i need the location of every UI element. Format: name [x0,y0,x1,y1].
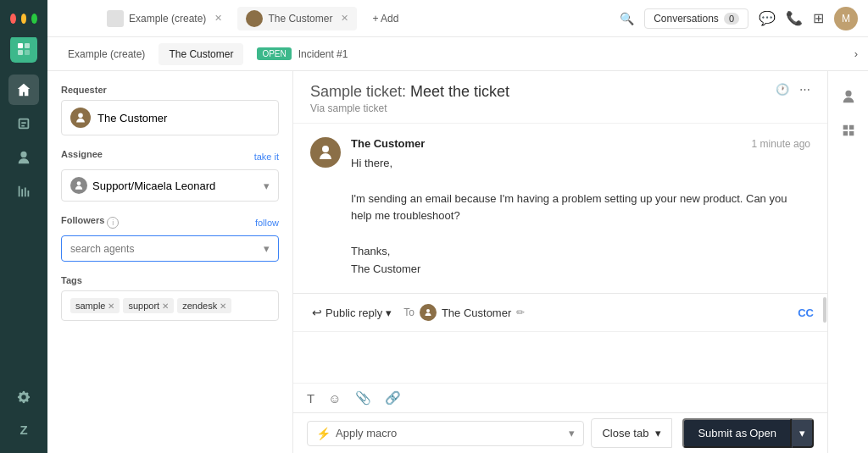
to-name: The Customer [442,307,511,319]
bottom-action-bar: ⚡ Apply macro ▾ Close tab ▾ [293,412,827,453]
search-icon[interactable]: 🔍 [620,12,634,25]
tag-zendesk-remove[interactable]: ✕ [220,301,226,311]
message-avatar [310,137,341,168]
close-tab-button[interactable]: Close tab ▾ [591,418,672,448]
format-emoji-icon[interactable]: ☺ [328,391,341,406]
tab-customer[interactable]: The Customer [159,43,243,65]
message-body-line2: I'm sending an email because I'm having … [351,191,810,226]
submit-chevron-button[interactable]: ▾ [792,418,814,448]
tag-zendesk: zendesk ✕ [177,298,231,313]
tags-box: sample ✕ support ✕ zendesk ✕ [61,290,279,321]
right-grid-icon[interactable] [833,115,864,146]
reply-scrollbar[interactable] [823,297,826,323]
close-tab-chevron-icon: ▾ [655,427,661,439]
traffic-light-yellow[interactable] [21,14,27,24]
ticket-history-icon[interactable]: 🕐 [776,83,789,96]
assignee-box[interactable]: Support/Micaela Leonard ▾ [61,169,279,202]
tab-customer-label: The Customer [169,48,233,60]
sidebar-item-zendesk[interactable]: Z [8,419,39,450]
tab-add-button[interactable]: + Add [364,9,407,28]
tab-the-customer-close[interactable]: ✕ [341,13,348,24]
reply-arrow-icon: ↩ [312,306,322,319]
tab-example-create-close[interactable]: ✕ [214,13,222,24]
reply-type-button[interactable]: ↩ Public reply ▾ [307,302,397,323]
assignee-avatar [70,177,87,194]
sidebar-item-settings[interactable] [8,382,39,412]
requester-box[interactable]: The Customer [61,100,279,135]
traffic-light-green[interactable] [31,14,37,24]
apply-macro-button[interactable]: ⚡ Apply macro ▾ [307,421,584,446]
tab-the-customer-label: The Customer [268,13,332,25]
tab-incident[interactable]: OPEN Incident #1 [247,42,358,65]
sidebar-item-home[interactable] [8,75,39,105]
macro-icon: ⚡ [316,427,331,440]
follow-link[interactable]: follow [255,218,279,228]
take-it-link[interactable]: take it [254,152,279,162]
sidebar-nav: Z [0,0,47,453]
message-time: 1 minute ago [752,138,810,150]
right-user-icon[interactable] [833,81,864,112]
sidebar-item-reports[interactable] [8,176,39,207]
tabs-more-button[interactable]: › [854,47,858,60]
followers-label: Followers [61,215,104,225]
to-label: To [403,307,415,318]
svg-rect-1 [25,43,30,48]
assignee-chevron-icon: ▾ [264,180,270,192]
tag-support: support ✕ [123,298,174,313]
conversations-label: Conversations [654,13,719,25]
search-agents-input[interactable] [70,243,264,255]
cc-button[interactable]: CC [798,307,814,319]
close-tab-label: Close tab [602,427,648,439]
format-link-icon[interactable]: 🔗 [385,390,401,406]
user-avatar[interactable]: M [834,7,858,30]
search-agents-chevron-icon: ▾ [264,242,270,255]
submit-status: Open [749,427,776,439]
reply-editor[interactable] [293,332,827,383]
requester-label: Requester [61,85,279,95]
to-avatar [420,304,437,321]
requester-name: The Customer [97,112,167,124]
message-body-line1: Hi there, [351,155,810,173]
tag-sample: sample ✕ [70,298,120,313]
svg-rect-0 [18,43,23,48]
tab-example-create[interactable]: Example (create) ✕ [98,7,231,30]
sidebar-item-tickets[interactable] [8,108,39,139]
message-content: The Customer 1 minute ago Hi there, I'm … [351,137,810,279]
open-badge: OPEN [257,47,291,60]
requester-avatar [70,108,91,128]
reply-area: ↩ Public reply ▾ To The Customer ✏ [293,293,827,412]
conversations-badge: 0 [724,13,739,25]
conversations-button[interactable]: Conversations 0 [644,8,748,29]
assignee-label: Assignee [61,149,103,159]
grid-icon[interactable]: ⊞ [813,10,824,26]
logo[interactable] [10,36,37,63]
chat-icon[interactable]: 💬 [759,10,776,26]
ticket-more-icon[interactable]: ⋯ [799,83,810,96]
format-text-icon[interactable]: T [307,391,314,406]
messages-area: The Customer 1 minute ago Hi there, I'm … [293,124,827,293]
apply-macro-label: Apply macro [336,427,397,439]
tab-incident-label: Incident #1 [298,48,348,60]
phone-icon[interactable]: 📞 [786,10,803,26]
format-attach-icon[interactable]: 📎 [355,390,371,406]
tab-the-customer[interactable]: The Customer ✕ [237,7,357,30]
ticket-panel: Sample ticket: Meet the ticket Via sampl… [293,71,827,453]
tab-example-label: Example (create) [68,48,145,60]
edit-to-icon[interactable]: ✏ [516,307,525,318]
sidebar-item-contacts[interactable] [8,142,39,173]
left-panel: Requester The Customer Assignee take it … [47,71,293,453]
message-author: The Customer [351,137,425,150]
tag-support-remove[interactable]: ✕ [162,301,169,311]
followers-info-icon: i [107,217,119,229]
reply-type-chevron-icon: ▾ [386,307,392,319]
submit-button[interactable]: Submit as Open [682,418,792,448]
message-body-line4: The Customer [351,261,810,279]
message-body-line3: Thanks, [351,243,810,261]
search-agents-box[interactable]: ▾ [61,235,279,262]
traffic-light-red[interactable] [10,14,16,24]
assignee-value: Support/Micaela Leonard [92,180,215,192]
tab-example[interactable]: Example (create) [58,43,155,65]
reply-type-label: Public reply [326,307,382,319]
submit-label: Submit as [698,427,747,439]
tag-sample-remove[interactable]: ✕ [108,301,114,311]
